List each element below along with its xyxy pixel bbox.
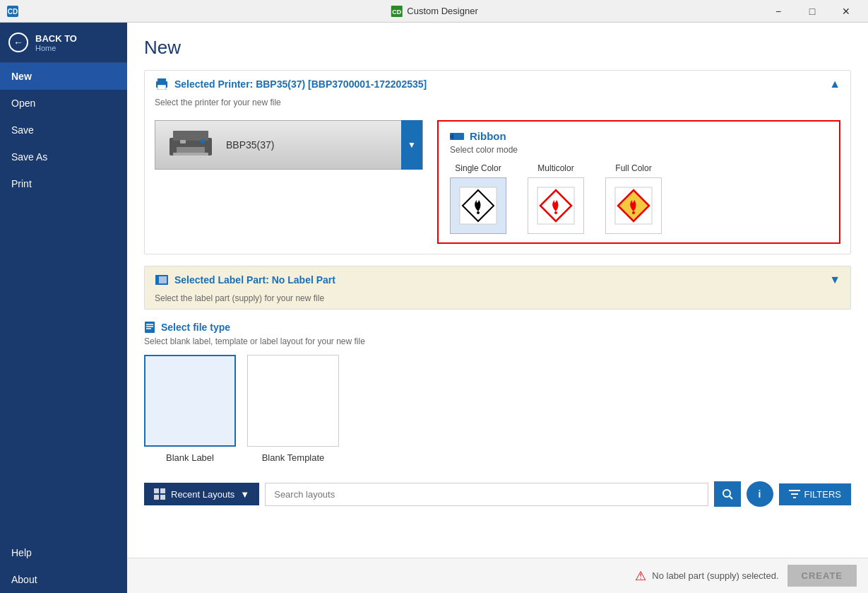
label-section: Selected Label Part: No Label Part ▼ Sel… xyxy=(144,266,851,310)
sidebar-item-about[interactable]: About xyxy=(0,566,127,593)
search-layouts-input[interactable] xyxy=(265,483,708,506)
app-icon: CD xyxy=(6,4,20,18)
ghs-flame-full xyxy=(614,186,653,225)
svg-rect-33 xyxy=(154,495,159,500)
sidebar-item-save-as[interactable]: Save As xyxy=(0,143,127,170)
sidebar: ← BACK TO Home New Open Save Save As Pri… xyxy=(0,23,127,593)
svg-point-35 xyxy=(723,490,730,497)
ribbon-icon xyxy=(450,131,464,141)
sidebar-item-help[interactable]: Help xyxy=(0,539,127,566)
minimize-button[interactable]: − xyxy=(762,0,795,23)
label-section-header: Selected Label Part: No Label Part ▼ xyxy=(145,266,850,293)
sidebar-item-save[interactable]: Save xyxy=(0,117,127,143)
label-section-title: Selected Label Part: No Label Part xyxy=(155,274,335,286)
maximize-button[interactable]: □ xyxy=(796,0,828,23)
ghs-flame-single xyxy=(458,186,498,225)
search-button[interactable] xyxy=(714,481,741,507)
bottom-bar: ⚠ No label part (supply) selected. CREAT… xyxy=(127,558,868,593)
title-bar-title: CD Custom Designer xyxy=(390,5,477,18)
error-icon: ⚠ xyxy=(635,568,646,584)
sidebar-item-print[interactable]: Print xyxy=(0,170,127,197)
svg-rect-5 xyxy=(157,78,166,82)
printer-svg xyxy=(166,127,215,163)
ribbon-option-full-color[interactable]: Full Color xyxy=(605,163,662,234)
printer-section: Selected Printer: BBP35(37) [BBP3700001-… xyxy=(144,70,851,254)
label-subtitle: Select the label part (supply) for your … xyxy=(145,293,850,309)
svg-rect-27 xyxy=(145,322,155,333)
title-bar: CD CD Custom Designer − □ ✕ xyxy=(0,0,868,23)
svg-point-17 xyxy=(477,211,480,214)
svg-rect-10 xyxy=(180,140,186,143)
create-button[interactable]: CREATE xyxy=(787,565,857,587)
blank-label-card[interactable] xyxy=(144,355,236,447)
svg-point-23 xyxy=(632,211,635,214)
recent-layouts-chevron: ▼ xyxy=(240,489,249,500)
svg-point-11 xyxy=(201,139,205,143)
filters-button[interactable]: FILTERS xyxy=(779,483,852,505)
search-icon xyxy=(722,488,733,500)
svg-rect-6 xyxy=(157,85,166,90)
status-message: ⚠ No label part (supply) selected. xyxy=(635,568,778,584)
app-title: Custom Designer xyxy=(407,6,477,16)
multicolor-card[interactable] xyxy=(528,177,584,234)
title-icon: CD xyxy=(390,5,403,18)
close-button[interactable]: ✕ xyxy=(830,0,862,23)
blank-template-card[interactable] xyxy=(247,355,339,447)
svg-rect-26 xyxy=(155,275,159,285)
label-part-icon xyxy=(155,274,169,286)
back-arrow-icon: ← xyxy=(8,33,28,52)
sidebar-item-new[interactable]: New xyxy=(0,63,127,90)
svg-rect-34 xyxy=(160,495,165,500)
back-text: BACK TO Home xyxy=(35,33,77,52)
printer-content: BBP35(37) ▼ Ribbon Select color mode xyxy=(145,113,850,254)
printer-subtitle: Select the printer for your new file xyxy=(145,98,850,113)
svg-line-36 xyxy=(730,496,732,499)
ribbon-options: Single Color xyxy=(450,163,828,234)
printer-name-label: BBP35(37) xyxy=(226,139,401,151)
info-button[interactable]: i xyxy=(747,481,773,507)
ghs-flame-multi xyxy=(536,186,576,225)
sidebar-item-open[interactable]: Open xyxy=(0,90,127,117)
ribbon-title: Ribbon xyxy=(450,130,828,142)
svg-rect-32 xyxy=(160,488,165,493)
svg-rect-12 xyxy=(173,153,208,155)
sidebar-bottom: Help About xyxy=(0,539,127,593)
content-inner: New Selected Printer: BBP35(37) [BBP3700… xyxy=(127,23,868,558)
printer-section-header: Selected Printer: BBP35(37) [BBP3700001-… xyxy=(145,71,850,98)
printer-icon xyxy=(155,78,169,90)
status-text: No label part (supply) selected. xyxy=(652,570,778,581)
printer-section-title: Selected Printer: BBP35(37) [BBP3700001-… xyxy=(155,78,427,90)
printer-selector[interactable]: BBP35(37) ▼ xyxy=(155,120,423,170)
full-color-card[interactable] xyxy=(605,177,662,234)
ribbon-box: Ribbon Select color mode Single Color xyxy=(437,120,840,244)
recent-layouts-icon xyxy=(154,488,165,500)
printer-dropdown-button[interactable]: ▼ xyxy=(401,120,422,170)
filters-icon xyxy=(789,489,800,499)
svg-rect-8 xyxy=(173,131,208,141)
layouts-bar: Recent Layouts ▼ i xyxy=(144,474,851,514)
title-bar-left: CD xyxy=(6,4,20,18)
single-color-card[interactable] xyxy=(450,177,506,234)
label-collapse-button[interactable]: ▼ xyxy=(829,274,840,286)
sidebar-spacer xyxy=(0,197,127,539)
recent-layouts-button[interactable]: Recent Layouts ▼ xyxy=(144,483,259,505)
svg-text:CD: CD xyxy=(8,8,18,16)
page-title: New xyxy=(144,37,851,59)
window-controls[interactable]: − □ ✕ xyxy=(762,0,862,23)
svg-text:CD: CD xyxy=(392,8,401,16)
file-type-blank-label[interactable]: Blank Label xyxy=(144,355,236,463)
printer-image xyxy=(162,124,219,166)
ribbon-subtitle: Select color mode xyxy=(450,145,828,155)
file-type-subtitle: Select blank label, template or label la… xyxy=(144,336,851,346)
content-area: New Selected Printer: BBP35(37) [BBP3700… xyxy=(127,23,868,593)
printer-title-text: Selected Printer: BBP35(37) [BBP3700001-… xyxy=(174,78,427,90)
ribbon-option-single-color[interactable]: Single Color xyxy=(450,163,506,234)
file-type-options: Blank Label Blank Template xyxy=(144,355,851,463)
file-type-title: Select file type xyxy=(144,321,851,334)
ribbon-option-multicolor[interactable]: Multicolor xyxy=(528,163,584,234)
svg-point-20 xyxy=(554,211,557,214)
svg-rect-31 xyxy=(154,488,159,493)
file-type-blank-template[interactable]: Blank Template xyxy=(247,355,339,463)
printer-collapse-button[interactable]: ▲ xyxy=(829,78,840,90)
back-to-home-button[interactable]: ← BACK TO Home xyxy=(0,23,127,63)
